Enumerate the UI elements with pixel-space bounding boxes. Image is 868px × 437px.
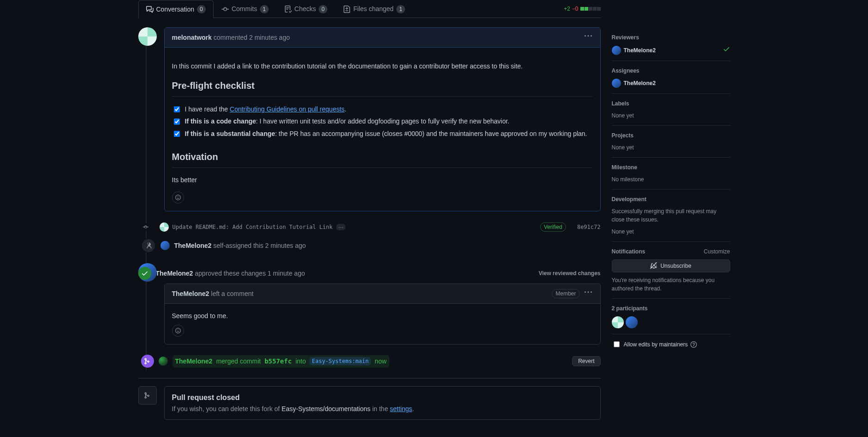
- commit-message[interactable]: Update README.md: Add Contribution Tutor…: [172, 223, 333, 231]
- settings-link[interactable]: settings: [390, 405, 412, 412]
- comment-discussion-icon: [146, 6, 154, 13]
- avatar[interactable]: [138, 27, 157, 46]
- unsubscribe-button[interactable]: Unsubscribe: [612, 259, 730, 272]
- tab-commits-label: Commits: [232, 4, 257, 14]
- tab-files-count: 1: [396, 5, 405, 13]
- avatar[interactable]: [160, 241, 170, 250]
- labels-value: None yet: [612, 111, 730, 120]
- pr-tabnav: Conversation 0 Commits 1 Checks 0 Files …: [138, 0, 601, 18]
- diffstat[interactable]: +2 −0: [564, 5, 600, 13]
- check-icon: [723, 45, 730, 55]
- customize-link[interactable]: Customize: [704, 247, 730, 256]
- diff-deletions: −0: [572, 5, 579, 13]
- checkbox[interactable]: [174, 106, 180, 113]
- development-value: None yet: [612, 228, 730, 236]
- closed-title: Pull request closed: [172, 392, 593, 403]
- notifications-desc: You're receiving notifications because y…: [612, 276, 730, 293]
- avatar[interactable]: [612, 79, 621, 88]
- avatar[interactable]: [159, 357, 168, 366]
- checkbox[interactable]: [174, 130, 180, 137]
- comment-body-intro: In this commit I added a link to the con…: [172, 62, 593, 71]
- tab-commits-count: 1: [260, 5, 269, 13]
- merge-sha[interactable]: b557efc: [265, 357, 292, 366]
- ellipsis-icon[interactable]: …: [336, 224, 345, 230]
- tab-files[interactable]: Files changed 1: [335, 0, 413, 18]
- revert-button[interactable]: Revert: [572, 356, 600, 366]
- checklist-icon: [284, 6, 292, 13]
- comment-author[interactable]: melonatwork: [172, 34, 212, 41]
- member-badge: Member: [552, 289, 579, 298]
- timeline-merge-event: TheMelone2 merged commit b557efc into Ea…: [160, 352, 601, 370]
- question-icon[interactable]: [690, 341, 697, 348]
- tab-checks-label: Checks: [295, 4, 316, 14]
- add-reaction-button[interactable]: [172, 325, 184, 337]
- participants-heading: 2 participants: [612, 304, 730, 313]
- assignee-user[interactable]: TheMelone2: [624, 79, 656, 87]
- heading-preflight: Pre-flight checklist: [172, 79, 593, 97]
- motivation-body: Its better: [172, 175, 593, 185]
- checklist-item: I have read the Contributing Guidelines …: [172, 104, 593, 114]
- file-diff-icon: [343, 6, 351, 13]
- smiley-icon: [175, 194, 181, 201]
- kebab-icon[interactable]: [584, 288, 593, 300]
- tab-checks-count: 0: [319, 5, 327, 13]
- bell-slash-icon: [650, 262, 658, 270]
- merge-branch[interactable]: Easy-Systems:main: [309, 357, 371, 365]
- milestone-heading[interactable]: Milestone: [612, 163, 730, 172]
- notifications-heading: Notifications: [612, 247, 646, 256]
- development-heading[interactable]: Development: [612, 195, 730, 203]
- check-icon: [138, 267, 151, 280]
- diff-additions: +2: [564, 5, 570, 13]
- tab-checks[interactable]: Checks 0: [277, 0, 335, 18]
- tab-commits[interactable]: Commits 1: [214, 0, 277, 18]
- avatar[interactable]: [160, 222, 169, 232]
- development-desc: Successfully merging this pull request m…: [612, 207, 730, 224]
- milestone-value: No milestone: [612, 175, 730, 184]
- reviewers-heading[interactable]: Reviewers: [612, 33, 730, 42]
- git-commit-icon: [222, 6, 229, 13]
- timeline-assign-event: TheMelone2 self-assigned this 2 minutes …: [138, 235, 601, 256]
- checklist-item: If this is a substantial change: the PR …: [172, 129, 593, 139]
- git-pull-request-closed-icon: [138, 386, 157, 405]
- tab-conversation-count: 0: [197, 5, 206, 13]
- person-icon: [141, 238, 156, 253]
- event-user[interactable]: TheMelone2: [174, 242, 212, 249]
- labels-heading[interactable]: Labels: [612, 99, 730, 108]
- commit-sha[interactable]: 8e91c72: [577, 223, 601, 231]
- pr-sidebar: Reviewers TheMelone2 Assignees TheMelone…: [612, 0, 730, 420]
- tab-conversation-label: Conversation: [156, 5, 195, 14]
- add-reaction-button[interactable]: [172, 191, 184, 203]
- avatar[interactable]: [612, 46, 621, 55]
- review-comment: TheMelone2 left a comment Member Seems g…: [164, 283, 601, 345]
- tab-files-label: Files changed: [353, 4, 394, 14]
- assignees-heading[interactable]: Assignees: [612, 67, 730, 75]
- kebab-icon[interactable]: [584, 31, 593, 43]
- tab-conversation[interactable]: Conversation 0: [138, 0, 214, 18]
- comment-meta: melonatwork commented 2 minutes ago: [172, 33, 290, 43]
- review-comment-author[interactable]: TheMelone2: [172, 290, 209, 297]
- projects-value: None yet: [612, 143, 730, 152]
- review-user[interactable]: TheMelone2: [156, 270, 193, 277]
- op-comment: melonatwork commented 2 minutes ago In t…: [164, 27, 601, 211]
- avatar[interactable]: [612, 316, 624, 328]
- checkbox[interactable]: [174, 118, 180, 125]
- diff-blocks-icon: [580, 7, 601, 11]
- view-reviewed-changes[interactable]: View reviewed changes: [539, 269, 601, 277]
- approval-header: TheMelone2 approved these changes 1 minu…: [164, 263, 601, 283]
- avatar[interactable]: [626, 316, 638, 328]
- allow-edits-checkbox[interactable]: [614, 341, 620, 347]
- checklist-item: If this is a code change: I have written…: [172, 116, 593, 126]
- reviewer-user[interactable]: TheMelone2: [624, 46, 656, 55]
- allow-edits-label: Allow edits by maintainers: [624, 340, 688, 349]
- smiley-icon: [175, 327, 181, 334]
- review-comment-body: Seems good to me.: [172, 311, 593, 321]
- git-merge-icon: [141, 355, 154, 368]
- contributing-link[interactable]: Contributing Guidelines on pull requests: [230, 105, 345, 113]
- heading-motivation: Motivation: [172, 150, 593, 168]
- commit-row: Update README.md: Add Contribution Tutor…: [160, 219, 601, 235]
- merge-user[interactable]: TheMelone2: [175, 357, 213, 366]
- verified-badge[interactable]: Verified: [540, 222, 566, 232]
- git-commit-icon: [142, 223, 149, 231]
- projects-heading[interactable]: Projects: [612, 131, 730, 140]
